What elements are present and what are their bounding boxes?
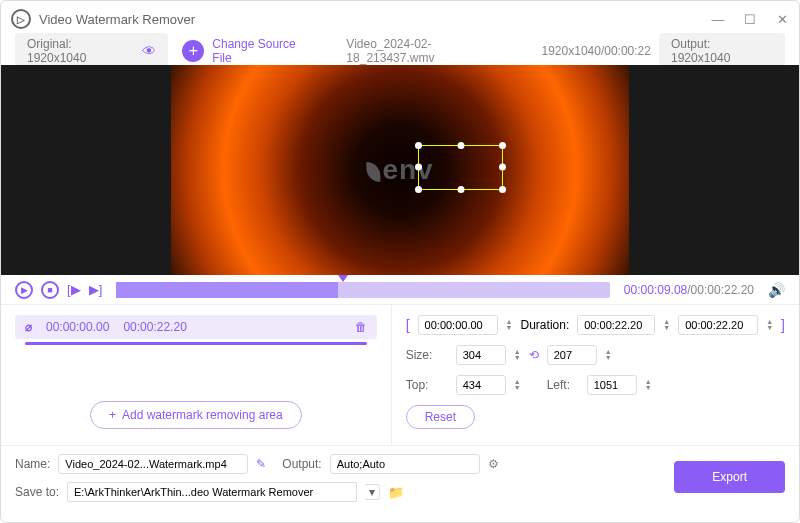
settings-icon[interactable]: ⚙ — [488, 457, 499, 471]
stepper[interactable]: ▲▼ — [663, 319, 670, 331]
handle-icon[interactable] — [457, 142, 464, 149]
original-size-box: Original: 1920x1040 👁 — [15, 33, 168, 69]
close-button[interactable]: ✕ — [775, 12, 789, 26]
left-label: Left: — [547, 378, 579, 392]
timeline-fill — [116, 282, 338, 298]
range-end-input[interactable] — [678, 315, 758, 335]
add-source-button[interactable]: + — [182, 40, 204, 62]
handle-icon[interactable] — [415, 164, 422, 171]
play-button[interactable]: ▶ — [15, 281, 33, 299]
name-input[interactable] — [58, 454, 248, 474]
output-format-input[interactable] — [330, 454, 480, 474]
change-source-link[interactable]: Change Source File — [212, 37, 318, 65]
size-width-input[interactable] — [456, 345, 506, 365]
properties-panel: [ ▲▼ Duration: ▲▼ ▲▼ ] Size: ▲▼ ⟲ ▲▼ Top… — [392, 305, 799, 445]
stepper[interactable]: ▲▼ — [506, 319, 513, 331]
mark-out-button[interactable]: ▶] — [89, 282, 103, 297]
maximize-button[interactable]: ☐ — [743, 12, 757, 26]
mark-in-button[interactable]: [▶ — [67, 282, 81, 297]
video-frame: env — [171, 65, 629, 275]
plus-icon: + — [109, 408, 116, 422]
add-area-label: Add watermark removing area — [122, 408, 283, 422]
segments-panel: ⌀ 00:00:00.00 00:00:22.20 🗑 + Add waterm… — [1, 305, 392, 445]
duration-label: Duration: — [521, 318, 570, 332]
segment-start: 00:00:00.00 — [46, 320, 109, 334]
add-watermark-area-button[interactable]: + Add watermark removing area — [90, 401, 302, 429]
edit-name-icon[interactable]: ✎ — [256, 457, 266, 471]
top-label: Top: — [406, 378, 448, 392]
toolbar: Original: 1920x1040 👁 + Change Source Fi… — [1, 37, 799, 65]
duration-input[interactable] — [577, 315, 655, 335]
current-time: 00:00:09.08 — [624, 283, 687, 297]
stepper[interactable]: ▲▼ — [605, 349, 612, 361]
save-to-label: Save to: — [15, 485, 59, 499]
handle-icon[interactable] — [415, 142, 422, 149]
original-size-label: Original: 1920x1040 — [27, 37, 134, 65]
output-size-box: Output: 1920x1040 — [659, 33, 785, 69]
save-path-input[interactable] — [67, 482, 357, 502]
stepper[interactable]: ▲▼ — [514, 349, 521, 361]
left-input[interactable] — [587, 375, 637, 395]
reset-button[interactable]: Reset — [406, 405, 475, 429]
file-name-label: Video_2024-02-18_213437.wmv — [346, 37, 519, 65]
segment-end: 00:00:22.20 — [123, 320, 186, 334]
selection-box[interactable] — [418, 145, 503, 190]
playback-controls: ▶ ■ [▶ ▶] 00:00:09.08/00:00:22.20 🔊 — [1, 275, 799, 305]
total-time: /00:00:22.20 — [687, 283, 754, 297]
eye-icon[interactable]: 👁 — [142, 43, 156, 59]
stop-button[interactable]: ■ — [41, 281, 59, 299]
handle-icon[interactable] — [415, 186, 422, 193]
scissors-icon: ⌀ — [25, 320, 32, 334]
handle-icon[interactable] — [499, 164, 506, 171]
app-logo-icon: ▷ — [11, 9, 31, 29]
size-label: Size: — [406, 348, 448, 362]
handle-icon[interactable] — [499, 186, 506, 193]
save-path-dropdown[interactable]: ▾ — [365, 484, 380, 500]
minimize-button[interactable]: — — [711, 12, 725, 26]
link-icon[interactable]: ⟲ — [529, 348, 539, 362]
output-panel: Name: ✎ Output: ⚙ Save to: ▾ 📁 Export — [1, 445, 799, 510]
stepper[interactable]: ▲▼ — [514, 379, 521, 391]
name-label: Name: — [15, 457, 50, 471]
range-start-input[interactable] — [418, 315, 498, 335]
handle-icon[interactable] — [499, 142, 506, 149]
export-button[interactable]: Export — [674, 461, 785, 493]
handle-icon[interactable] — [457, 186, 464, 193]
timeline-slider[interactable] — [116, 282, 610, 298]
volume-icon[interactable]: 🔊 — [768, 282, 785, 298]
stepper[interactable]: ▲▼ — [645, 379, 652, 391]
open-folder-icon[interactable]: 📁 — [388, 485, 404, 500]
app-title: Video Watermark Remover — [39, 12, 195, 27]
top-input[interactable] — [456, 375, 506, 395]
video-preview[interactable]: env — [1, 65, 799, 275]
stepper[interactable]: ▲▼ — [766, 319, 773, 331]
delete-segment-button[interactable]: 🗑 — [355, 320, 367, 334]
segment-row[interactable]: ⌀ 00:00:00.00 00:00:22.20 🗑 — [15, 315, 377, 339]
range-end-bracket-icon[interactable]: ] — [781, 317, 785, 333]
playhead-icon[interactable] — [338, 275, 348, 282]
segment-bar — [25, 342, 367, 345]
range-start-bracket-icon[interactable]: [ — [406, 317, 410, 333]
file-meta-label: 1920x1040/00:00:22 — [542, 44, 651, 58]
output-label: Output: — [282, 457, 321, 471]
title-bar: ▷ Video Watermark Remover — ☐ ✕ — [1, 1, 799, 37]
size-height-input[interactable] — [547, 345, 597, 365]
